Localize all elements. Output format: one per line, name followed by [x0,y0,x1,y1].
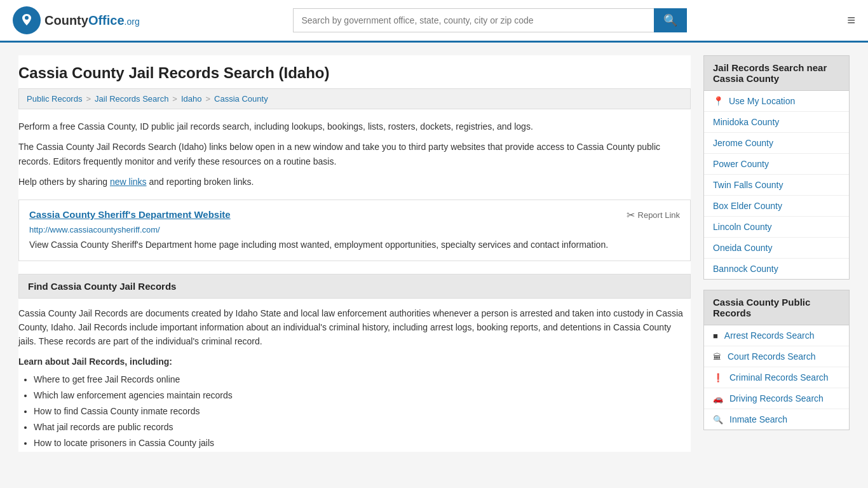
sidebar-use-location[interactable]: 📍 Use My Location [704,91,849,112]
sidebar-inmate-search[interactable]: 🔍 Inmate Search [704,409,849,430]
list-item: How to locate prisoners in Cassia County… [34,435,691,451]
breadcrumb: Public Records > Jail Records Search > I… [18,88,691,109]
court-records-icon: 🏛 [713,352,721,362]
search-input[interactable] [293,8,654,32]
sidebar-jail-records: Jail Records Search near Cassia County 📍… [703,55,850,280]
find-section-header: Find Cassia County Jail Records [18,274,691,299]
breadcrumb-idaho[interactable]: Idaho [181,94,202,104]
record-title[interactable]: Cassia County Sheriff's Department Websi… [29,209,231,220]
description-2: The Cassia County Jail Records Search (I… [18,140,691,168]
report-icon: ✂ [627,209,635,221]
list-item: Which law enforcement agencies maintain … [34,388,691,403]
report-link[interactable]: ✂ Report Link [627,209,680,221]
record-url[interactable]: http://www.cassiacountysheriff.com/ [29,225,680,234]
list-item: What jail records are public records [34,419,691,435]
sidebar-public-records-header: Cassia County Public Records [703,290,850,325]
logo-icon [13,6,41,34]
sidebar-criminal-records[interactable]: ❗ Criminal Records Search [704,367,849,388]
sidebar-county-minidoka[interactable]: Minidoka County [704,112,849,133]
search-icon: 🔍 [663,14,677,27]
sidebar-public-records: Cassia County Public Records ■ Arrest Re… [703,290,850,430]
sidebar-county-link[interactable]: Oneida County [713,243,772,253]
sidebar-county-link[interactable]: Lincoln County [713,222,772,232]
svg-point-1 [25,16,29,20]
logo-area[interactable]: CountyOffice.org [13,6,140,34]
menu-icon[interactable]: ≡ [847,12,855,29]
sidebar-county-link[interactable]: Bannock County [713,264,778,274]
sidebar-county-twin-falls[interactable]: Twin Falls County [704,175,849,196]
court-records-link[interactable]: Court Records Search [728,351,816,362]
sidebar-county-link[interactable]: Jerome County [713,138,773,148]
arrest-records-icon: ■ [713,331,718,341]
arrest-records-link[interactable]: Arrest Records Search [724,330,815,341]
main-container: Cassia County Jail Records Search (Idaho… [8,43,860,464]
search-button[interactable]: 🔍 [654,8,687,32]
sidebar-driving-records[interactable]: 🚗 Driving Records Search [704,388,849,409]
sidebar-arrest-records[interactable]: ■ Arrest Records Search [704,325,849,346]
breadcrumb-sep-2: > [172,94,177,104]
breadcrumb-cassia-county[interactable]: Cassia County [214,94,268,104]
list-item: Where to get free Jail Records online [34,372,691,388]
new-links[interactable]: new links [110,177,147,187]
sidebar-county-link[interactable]: Power County [713,159,769,169]
sidebar-court-records[interactable]: 🏛 Court Records Search [704,346,849,367]
logo-text: CountyOffice.org [44,13,140,28]
page-title: Cassia County Jail Records Search (Idaho… [18,55,691,88]
record-card-header: Cassia County Sheriff's Department Websi… [29,209,680,221]
find-section-text: Cassia County Jail Records are documents… [18,306,691,349]
breadcrumb-sep-1: > [86,94,91,104]
inmate-search-icon: 🔍 [713,415,723,424]
driving-records-link[interactable]: Driving Records Search [729,393,824,403]
search-area: 🔍 [293,8,687,32]
sidebar-jail-header: Jail Records Search near Cassia County [703,55,850,91]
sidebar-county-link[interactable]: Minidoka County [713,117,779,127]
learn-heading: Learn about Jail Records, including: [18,356,691,367]
sidebar-county-lincoln[interactable]: Lincoln County [704,217,849,238]
sidebar-jail-list: 📍 Use My Location Minidoka County Jerome… [703,91,850,280]
sidebar-county-link[interactable]: Twin Falls County [713,180,783,190]
record-desc: View Cassia County Sheriff's Department … [29,238,680,252]
inmate-search-link[interactable]: Inmate Search [729,414,787,424]
breadcrumb-public-records[interactable]: Public Records [27,94,82,104]
driving-records-icon: 🚗 [713,394,723,403]
sidebar-county-box-elder[interactable]: Box Elder County [704,196,849,217]
record-card: Cassia County Sheriff's Department Websi… [18,200,691,261]
sidebar-county-power[interactable]: Power County [704,154,849,175]
breadcrumb-sep-3: > [206,94,211,104]
breadcrumb-jail-records[interactable]: Jail Records Search [95,94,168,104]
sidebar-county-oneida[interactable]: Oneida County [704,238,849,259]
help-text: Help others by sharing new links and rep… [18,175,691,189]
location-icon: 📍 [713,96,724,106]
criminal-records-icon: ❗ [713,373,723,383]
content-area: Cassia County Jail Records Search (Idaho… [18,55,691,452]
sidebar: Jail Records Search near Cassia County 📍… [703,55,850,452]
sidebar-county-jerome[interactable]: Jerome County [704,133,849,154]
site-header: CountyOffice.org 🔍 ≡ [0,0,868,43]
list-item: How to find Cassia County inmate records [34,403,691,419]
bullet-list: Where to get free Jail Records online Wh… [34,372,691,452]
sidebar-public-records-list: ■ Arrest Records Search 🏛 Court Records … [703,325,850,430]
sidebar-county-bannock[interactable]: Bannock County [704,259,849,279]
description-1: Perform a free Cassia County, ID public … [18,119,691,133]
sidebar-county-link[interactable]: Box Elder County [713,201,782,211]
criminal-records-link[interactable]: Criminal Records Search [729,372,829,383]
